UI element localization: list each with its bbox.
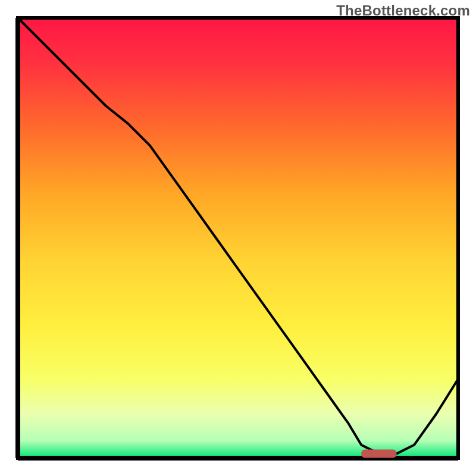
watermark-text: TheBottleneck.com — [336, 2, 470, 19]
optimal-marker — [361, 450, 396, 458]
chart-svg — [0, 0, 476, 476]
plot-area — [18, 18, 458, 458]
bottleneck-chart: TheBottleneck.com — [0, 0, 476, 476]
